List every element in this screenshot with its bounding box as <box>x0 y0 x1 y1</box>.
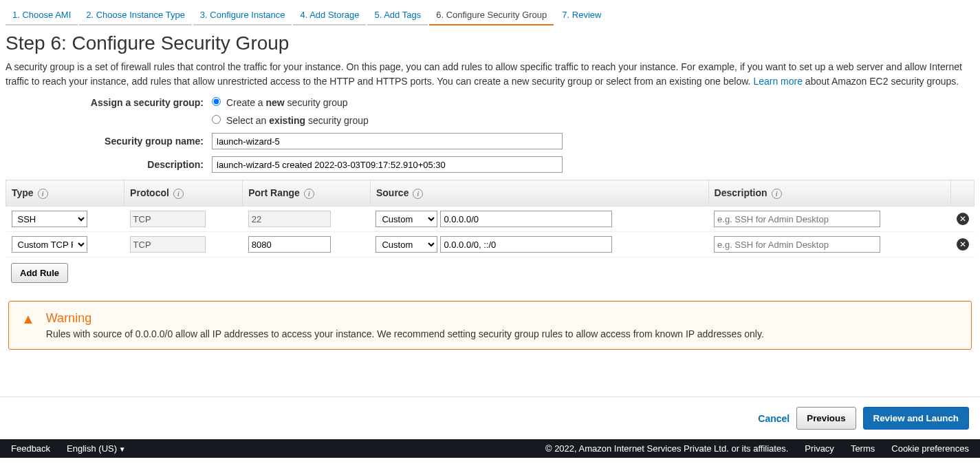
remove-rule-icon[interactable]: ✕ <box>957 238 969 251</box>
protocol-input <box>130 236 206 253</box>
tab-review[interactable]: 7. Review <box>555 6 608 25</box>
learn-more-link[interactable]: Learn more <box>753 76 803 87</box>
page-title: Step 6: Configure Security Group <box>6 32 974 54</box>
sg-name-input[interactable] <box>212 133 563 149</box>
th-source: Sourcei <box>370 180 708 207</box>
radio-create-new[interactable]: Create a new security group <box>212 97 348 108</box>
tab-security-group[interactable]: 6. Configure Security Group <box>429 6 554 25</box>
page-description: A security group is a set of firewall ru… <box>6 60 974 89</box>
desc-tail: about Amazon EC2 security groups. <box>803 76 959 87</box>
radio-create-post: security group <box>285 97 348 108</box>
th-desc: Descriptioni <box>708 180 950 207</box>
info-icon[interactable]: i <box>173 189 184 199</box>
radio-create-bold: new <box>265 97 284 108</box>
warning-title: Warning <box>46 311 764 326</box>
warning-icon: ▲ <box>21 311 35 327</box>
info-icon[interactable]: i <box>304 189 314 199</box>
sg-desc-input[interactable] <box>212 156 563 173</box>
info-icon[interactable]: i <box>772 189 782 199</box>
warning-box: ▲ Warning Rules with source of 0.0.0.0/0… <box>8 301 972 350</box>
bottom-actions: Cancel Previous Review and Launch <box>0 397 980 439</box>
th-port: Port Rangei <box>243 180 371 207</box>
radio-create-new-input[interactable] <box>212 97 221 106</box>
tab-choose-ami[interactable]: 1. Choose AMI <box>6 6 78 25</box>
sg-name-label: Security group name: <box>6 136 212 147</box>
rule-desc-input[interactable] <box>714 211 880 227</box>
type-select[interactable]: SSH <box>12 211 87 227</box>
source-select[interactable]: Custom <box>375 236 437 253</box>
cidr-input[interactable] <box>440 236 612 253</box>
radio-select-pre: Select an <box>226 115 269 126</box>
protocol-input <box>130 211 206 227</box>
review-launch-button[interactable]: Review and Launch <box>863 407 969 430</box>
th-protocol: Protocoli <box>124 180 243 207</box>
table-row: Custom TCP R Custom ✕ <box>6 232 974 257</box>
privacy-link[interactable]: Privacy <box>805 443 834 454</box>
info-icon[interactable]: i <box>38 189 48 199</box>
rules-table: Typei Protocoli Port Rangei Sourcei Desc… <box>6 180 974 257</box>
warning-text: Rules with source of 0.0.0.0/0 allow all… <box>46 328 764 339</box>
terms-link[interactable]: Terms <box>851 443 875 454</box>
tab-add-tags[interactable]: 5. Add Tags <box>367 6 428 25</box>
radio-create-pre: Create a <box>226 97 266 108</box>
port-input <box>248 211 331 227</box>
cidr-input[interactable] <box>440 211 612 227</box>
radio-select-post: security group <box>305 115 369 126</box>
previous-button[interactable]: Previous <box>796 407 856 430</box>
tab-add-storage[interactable]: 4. Add Storage <box>293 6 366 25</box>
type-select[interactable]: Custom TCP R <box>12 236 87 253</box>
cookie-link[interactable]: Cookie preferences <box>891 443 969 454</box>
th-type: Typei <box>6 180 124 207</box>
sg-desc-label: Description: <box>6 159 212 170</box>
table-row: SSH Custom ✕ <box>6 207 974 232</box>
add-rule-button[interactable]: Add Rule <box>11 263 68 283</box>
source-select[interactable]: Custom <box>375 211 437 227</box>
tab-instance-type[interactable]: 2. Choose Instance Type <box>79 6 192 25</box>
radio-select-bold: existing <box>269 115 305 126</box>
radio-select-existing[interactable]: Select an existing security group <box>212 115 369 126</box>
tab-configure-instance[interactable]: 3. Configure Instance <box>193 6 292 25</box>
wizard-tabs: 1. Choose AMI 2. Choose Instance Type 3.… <box>0 0 980 25</box>
feedback-link[interactable]: Feedback <box>11 443 50 454</box>
copyright-text: © 2022, Amazon Internet Services Private… <box>545 443 788 454</box>
assign-sg-label: Assign a security group: <box>6 97 212 108</box>
info-icon[interactable]: i <box>413 189 423 199</box>
cancel-button[interactable]: Cancel <box>758 413 790 424</box>
remove-rule-icon[interactable]: ✕ <box>957 213 969 225</box>
footer: Feedback English (US) © 2022, Amazon Int… <box>0 439 980 458</box>
radio-select-existing-input[interactable] <box>212 115 221 124</box>
rule-desc-input[interactable] <box>714 236 880 253</box>
port-input[interactable] <box>248 236 331 253</box>
language-selector[interactable]: English (US) <box>67 443 126 454</box>
